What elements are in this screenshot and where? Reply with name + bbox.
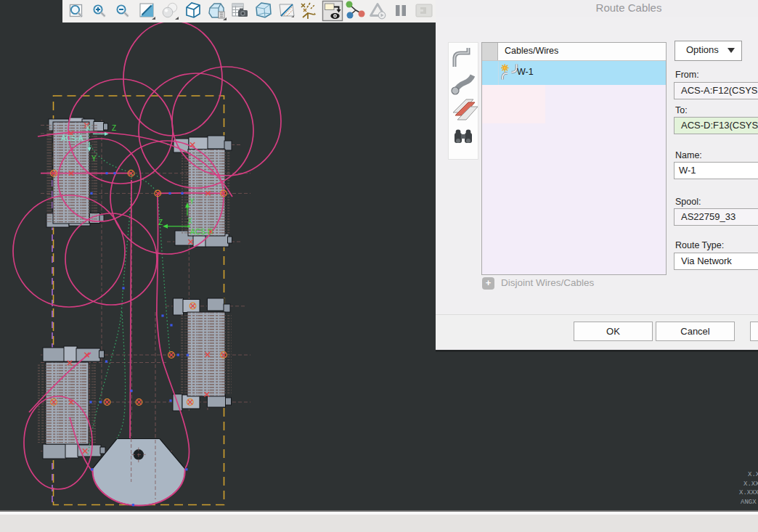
svg-text:Y: Y [91,155,97,163]
svg-text:Y: Y [190,197,195,205]
svg-text:ACS-A: ACS-A [61,134,83,142]
svg-text:ANGX: ANGX [741,499,757,506]
svg-text:X.XX: X.XX [748,471,758,478]
svg-text:X: X [86,124,91,132]
svg-text:Z: Z [158,218,163,226]
svg-text:Z: Z [112,124,116,132]
svg-text:X: X [187,217,192,225]
svg-text:ACS-D: ACS-D [190,228,213,236]
svg-text:X.XXX: X.XXX [743,480,758,488]
svg-text:X.XXXX: X.XXXX [739,489,758,496]
